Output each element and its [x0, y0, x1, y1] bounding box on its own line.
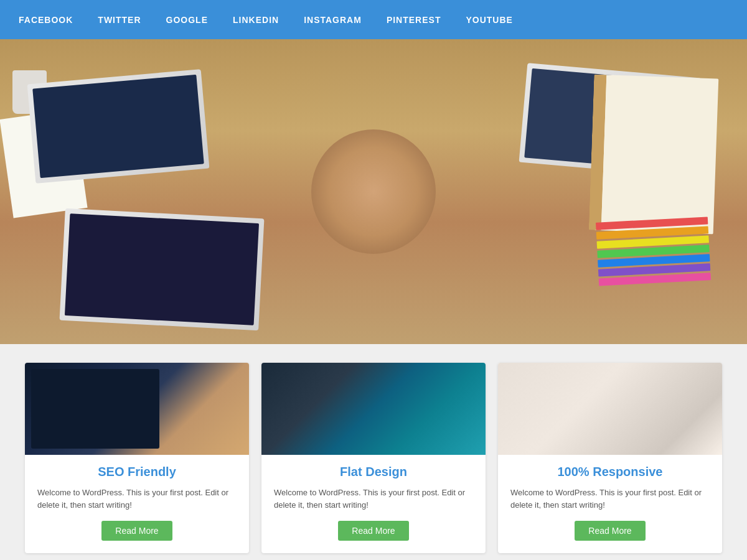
nav-item-facebook[interactable]: FACEBOOK	[19, 15, 73, 25]
card-image-flat	[261, 363, 486, 455]
card-text-responsive: Welcome to WordPress. This is your first…	[510, 487, 710, 511]
card-image-seo	[25, 363, 249, 455]
card-flat-design: Flat Design Welcome to WordPress. This i…	[261, 363, 486, 553]
card-seo-friendly: SEO Friendly Welcome to WordPress. This …	[25, 363, 249, 553]
nav-item-twitter[interactable]: TWITTER	[98, 15, 141, 25]
card-text-flat: Welcome to WordPress. This is your first…	[274, 487, 473, 511]
card-title-flat: Flat Design	[340, 465, 407, 479]
color-swatches	[596, 217, 712, 297]
notebook	[589, 75, 719, 235]
cards-section: SEO Friendly Welcome to WordPress. This …	[0, 344, 747, 560]
nav-item-google[interactable]: GOOGLE	[166, 15, 208, 25]
nav-item-pinterest[interactable]: PINTEREST	[387, 15, 441, 25]
card-text-seo: Welcome to WordPress. This is your first…	[37, 487, 237, 511]
card-responsive: 100% Responsive Welcome to WordPress. Th…	[498, 363, 722, 553]
read-more-button-seo[interactable]: Read More	[101, 521, 172, 541]
read-more-button-flat[interactable]: Read More	[338, 521, 408, 541]
card-image-responsive	[498, 363, 722, 455]
nav-item-instagram[interactable]: INSTAGRAM	[304, 15, 362, 25]
card-title-seo: SEO Friendly	[98, 465, 176, 479]
card-title-responsive: 100% Responsive	[558, 465, 663, 479]
laptop-3	[60, 208, 265, 331]
fist-bump	[311, 129, 436, 254]
navbar: FACEBOOK TWITTER GOOGLE LINKEDIN INSTAGR…	[0, 0, 747, 39]
nav-item-linkedin[interactable]: LINKEDIN	[233, 15, 279, 25]
laptop-1	[27, 69, 210, 184]
read-more-button-responsive[interactable]: Read More	[575, 521, 645, 541]
hero-image	[0, 39, 747, 344]
nav-item-youtube[interactable]: YOUTUBE	[466, 15, 512, 25]
